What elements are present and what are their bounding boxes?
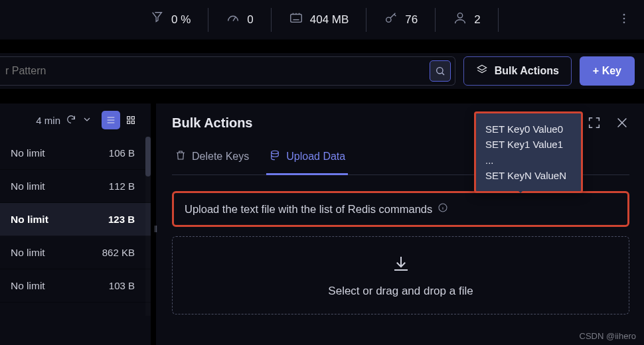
tree-view-button[interactable] bbox=[121, 111, 140, 129]
svg-point-3 bbox=[623, 13, 625, 15]
svg-rect-8 bbox=[131, 117, 134, 119]
memory-value: 404 MB bbox=[310, 13, 349, 27]
command-example-tooltip: SET Key0 Value0 SET Key1 Value1 ... SET … bbox=[474, 111, 583, 193]
stat-cpu: 0 % bbox=[133, 8, 208, 32]
refresh-label: 4 min bbox=[36, 115, 60, 126]
svg-rect-10 bbox=[131, 121, 134, 123]
add-key-label: + Key bbox=[593, 65, 621, 77]
keys-value: 76 bbox=[405, 13, 418, 27]
key-row[interactable]: No limit862 KB bbox=[0, 236, 151, 269]
fullscreen-icon[interactable] bbox=[587, 115, 602, 130]
svg-point-5 bbox=[623, 21, 625, 23]
status-bar: 0 % 0 404 MB 76 2 bbox=[0, 0, 644, 40]
bulk-actions-button[interactable]: Bulk Actions bbox=[463, 56, 572, 86]
svg-rect-7 bbox=[127, 117, 130, 119]
search-box[interactable] bbox=[0, 56, 455, 86]
bulk-actions-label: Bulk Actions bbox=[495, 65, 559, 77]
svg-rect-0 bbox=[291, 15, 302, 23]
tab-label: Upload Data bbox=[286, 151, 345, 163]
view-toggle bbox=[102, 111, 140, 129]
dropzone-label: Select or drag and drop a file bbox=[328, 285, 473, 298]
cpu-value: 0 % bbox=[171, 13, 191, 27]
layers-icon bbox=[476, 64, 488, 78]
stat-throughput: 0 bbox=[208, 8, 271, 32]
svg-point-1 bbox=[386, 17, 391, 22]
memory-icon bbox=[289, 11, 303, 29]
key-row[interactable]: No limit103 B bbox=[0, 269, 151, 303]
upload-instructions: Upload the text file with the list of Re… bbox=[172, 191, 629, 227]
search-input[interactable] bbox=[5, 65, 430, 77]
watermark: CSDN @iihero bbox=[580, 331, 636, 341]
key-icon bbox=[384, 11, 398, 29]
refresh-icon bbox=[66, 114, 76, 127]
toolbar: Bulk Actions + Key bbox=[0, 53, 644, 89]
add-key-button[interactable]: + Key bbox=[580, 56, 635, 86]
download-icon bbox=[391, 253, 411, 277]
funnel-icon bbox=[150, 11, 165, 29]
close-icon[interactable] bbox=[615, 115, 629, 130]
divider bbox=[0, 40, 644, 53]
keys-sidebar: 4 min No limit106 B No limit112 B No lim… bbox=[0, 104, 156, 345]
key-row[interactable]: No limit112 B bbox=[0, 170, 151, 203]
svg-point-6 bbox=[436, 68, 442, 74]
svg-rect-9 bbox=[127, 121, 130, 123]
list-view-button[interactable] bbox=[102, 111, 120, 129]
svg-point-2 bbox=[458, 13, 463, 18]
svg-point-11 bbox=[272, 151, 279, 154]
key-row[interactable]: No limit106 B bbox=[0, 137, 151, 170]
stat-clients: 2 bbox=[436, 8, 498, 32]
trash-icon bbox=[175, 149, 187, 164]
info-icon[interactable] bbox=[438, 202, 448, 216]
key-list: No limit106 B No limit112 B No limit123 … bbox=[0, 137, 151, 303]
svg-point-4 bbox=[623, 17, 625, 19]
chevron-down-icon bbox=[82, 114, 92, 127]
scrollbar-thumb[interactable] bbox=[145, 137, 151, 176]
tab-label: Delete Keys bbox=[192, 151, 249, 163]
sidebar-header: 4 min bbox=[0, 104, 151, 137]
main-panel: Bulk Actions SET Key0 Value0 SET Key1 Va… bbox=[156, 104, 644, 345]
workspace: 4 min No limit106 B No limit112 B No lim… bbox=[0, 104, 644, 345]
upload-hint-text: Upload the text file with the list of Re… bbox=[185, 203, 432, 216]
file-dropzone[interactable]: Select or drag and drop a file bbox=[172, 236, 629, 314]
refresh-control[interactable]: 4 min bbox=[36, 114, 92, 127]
tab-delete-keys[interactable]: Delete Keys bbox=[172, 143, 252, 175]
more-menu[interactable] bbox=[604, 12, 644, 28]
stat-memory: 404 MB bbox=[272, 8, 367, 32]
gauge-icon bbox=[226, 11, 240, 29]
user-icon bbox=[453, 11, 467, 29]
clients-value: 2 bbox=[474, 13, 480, 27]
tab-upload-data[interactable]: Upload Data bbox=[266, 143, 348, 175]
divider bbox=[0, 89, 644, 104]
search-button[interactable] bbox=[430, 60, 451, 82]
throughput-value: 0 bbox=[247, 13, 253, 27]
database-upload-icon bbox=[269, 149, 281, 164]
panel-title: Bulk Actions bbox=[172, 115, 253, 131]
stat-keys: 76 bbox=[366, 8, 436, 32]
key-row[interactable]: No limit123 B bbox=[0, 203, 151, 236]
